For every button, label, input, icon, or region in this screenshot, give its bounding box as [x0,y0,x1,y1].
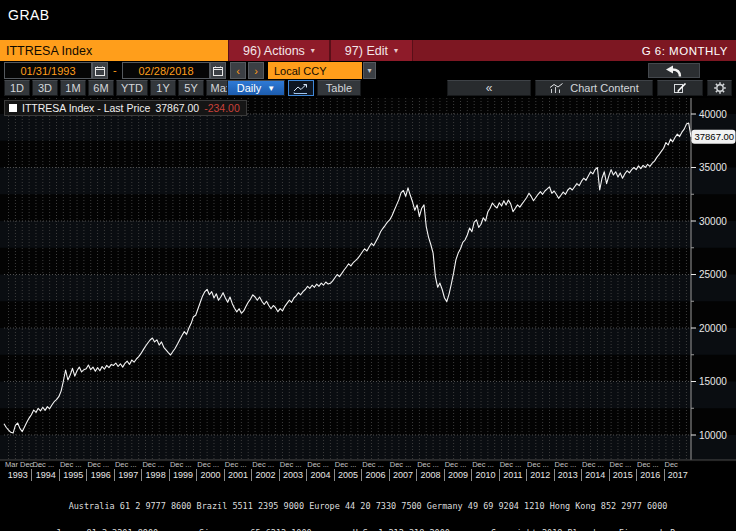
last-price-flag-label: 37867.00 [695,131,735,142]
calendar-icon [213,66,223,76]
x-axis-year-label: 2016 [636,469,663,481]
x-axis-month-label: Dec ... [417,460,439,469]
currency-dropdown-button[interactable]: ▾ [363,62,376,79]
currency-select[interactable]: Local CCY [268,62,362,79]
undo-button[interactable] [648,63,700,78]
end-date-calendar-button[interactable] [210,62,226,79]
x-axis-month-label: Dec ... [637,460,659,469]
chevron-down-icon: ▾ [367,66,371,75]
series-color-swatch-icon [9,104,17,112]
annotate-pencil-icon [674,83,687,94]
collapse-panel-button[interactable]: « [447,80,531,96]
line-chart-type-button[interactable] [288,80,314,96]
x-axis-month-label: Dec ... [197,460,219,469]
frequency-select[interactable]: Daily ▼ [227,80,285,96]
period-button-1m[interactable]: 1M [60,80,86,96]
x-axis-year-label: 2000 [196,469,223,481]
period-button-5y[interactable]: 5Y [178,80,204,96]
x-axis-month-label: Dec ... [170,460,192,469]
period-button-3d[interactable]: 3D [32,80,58,96]
x-axis-month-label: Dec ... [445,460,467,469]
frequency-value: Daily [237,82,261,94]
y-axis-tick-label: 15000 [699,376,727,387]
x-axis-year-label: 2014 [581,469,608,481]
legend-series-label: ITTRESA Index - Last Price [22,102,150,114]
chevron-down-icon: ▼ [267,84,275,93]
table-label: Table [326,82,352,94]
x-axis-year-label: 2007 [389,469,416,481]
x-axis-year-label: 1993 [4,469,31,481]
x-axis-year-label: 1996 [86,469,113,481]
chart-area[interactable]: 1000015000200002500030000350004000037867… [0,98,736,462]
double-chevron-left-icon: « [486,81,493,95]
x-axis-month-label: Dec [665,460,678,469]
band [0,382,736,409]
settings-button[interactable] [707,80,732,96]
legend-change-value: -234.00 [204,102,240,114]
chart-toolbar: 1D3D1M6MYTD1Y5YMax Daily ▼ Table « Chart… [0,80,736,97]
annotate-button[interactable] [657,80,703,96]
period-button-6m[interactable]: 6M [88,80,114,96]
x-axis-month-label: Dec ... [115,460,137,469]
band [0,328,736,355]
chart-content-button[interactable]: Chart Content [535,80,653,96]
start-date-calendar-button[interactable] [92,62,108,79]
x-axis-month-label: Dec ... [335,460,357,469]
x-axis-year-label: 2003 [279,469,306,481]
x-axis-month-label: Dec ... [527,460,549,469]
x-axis-month-label: Dec ... [252,460,274,469]
y-axis-tick-label: 20000 [699,323,727,334]
chevron-right-icon: › [254,65,258,77]
x-axis-month-label: Dec ... [225,460,247,469]
period-button-1d[interactable]: 1D [4,80,30,96]
chart-content-icon [549,83,564,94]
title-bar: ITTRESA Index 96) Actions ▾ 97) Edit ▾ G… [0,40,736,61]
next-period-button[interactable]: › [248,62,264,79]
y-axis-tick-label: 35000 [699,162,727,173]
date-controls: 01/31/1993 - 02/28/2018 ‹ › Local CCY ▾ [0,62,736,81]
terminal-footer: Australia 61 2 9777 8600 Brazil 5511 239… [0,484,736,531]
calendar-icon [95,66,105,76]
y-axis-tick-label: 40000 [699,109,727,120]
edit-menu-button[interactable]: 97) Edit ▾ [330,40,413,61]
x-axis-year-label: 2006 [361,469,388,481]
security-field[interactable]: ITTRESA Index [0,40,228,61]
y-axis-tick-label: 25000 [699,269,727,280]
line-chart-icon [293,83,309,94]
x-axis-year-label: 1999 [169,469,196,481]
period-button-ytd[interactable]: YTD [116,80,148,96]
chevron-down-icon: ▾ [394,46,398,55]
x-axis-month-label: Dec ... [280,460,302,469]
band [0,275,736,302]
actions-menu-button[interactable]: 96) Actions ▾ [228,40,330,61]
x-axis-year-label: 2013 [554,469,581,481]
start-date-input[interactable]: 01/31/1993 [4,62,92,79]
x-axis-month-label: Dec ... [500,460,522,469]
gear-icon [714,82,726,94]
legend-last-price: 37867.00 [155,102,199,114]
band [0,435,736,460]
x-axis-month-label: Dec ... [307,460,329,469]
x-axis-year-label: 2005 [334,469,361,481]
actions-label: 96) Actions [243,44,305,58]
x-axis-month-label: Dec ... [87,460,109,469]
table-button[interactable]: Table [317,80,361,96]
x-axis-year-label: 1998 [141,469,168,481]
currency-value: Local CCY [274,65,327,77]
x-axis-year-label: 1997 [114,469,141,481]
chart-legend[interactable]: ITTRESA Index - Last Price 37867.00 -234… [4,100,247,116]
edit-label: 97) Edit [345,44,388,58]
x-axis-year-label: 2015 [609,469,636,481]
chart-slot-label: G 6: MONTHLY [642,40,736,61]
period-button-1y[interactable]: 1Y [150,80,176,96]
x-axis-year-label: 1994 [31,469,58,481]
price-chart[interactable]: 1000015000200002500030000350004000037867… [0,98,736,462]
x-axis-year-label: 2010 [471,469,498,481]
band [0,114,736,141]
x-axis-month-label: Dec ... [472,460,494,469]
end-date-input[interactable]: 02/28/2018 [122,62,210,79]
y-axis-tick-label: 30000 [699,216,727,227]
period-button-group: 1D3D1M6MYTD1Y5YMax [4,80,236,96]
prev-period-button[interactable]: ‹ [230,62,246,79]
footer-contact-line: Australia 61 2 9777 8600 Brazil 5511 239… [0,502,736,511]
